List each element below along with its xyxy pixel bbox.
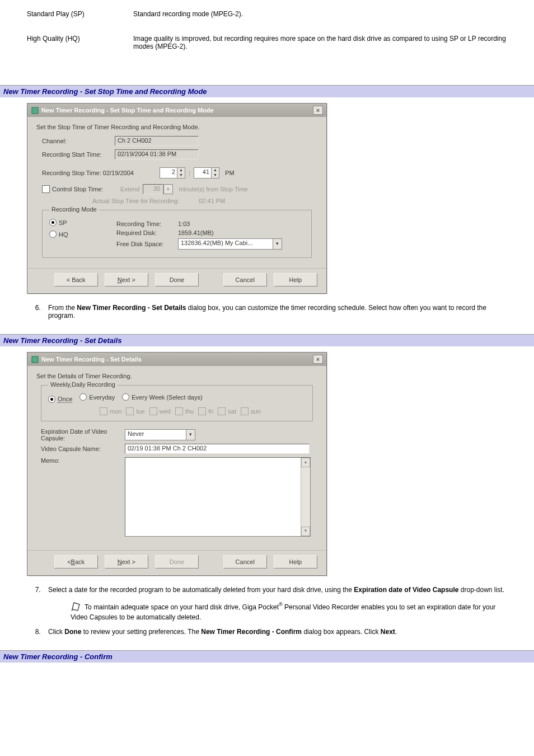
start-time-field: 02/19/2004 01:38 PM [115, 149, 199, 159]
ampm-label: PM [225, 170, 235, 176]
vcn-field[interactable]: 02/19 01:38 PM Ch 2 CH002 [125, 444, 310, 454]
start-time-label: Recording Start Time: [42, 151, 115, 158]
cancel-button[interactable]: Cancel [223, 273, 267, 287]
recmode-legend: Recording Mode [49, 206, 99, 213]
radio-everyday-label: Everyday [89, 394, 115, 401]
chevron-up-icon[interactable]: ▲ [177, 168, 185, 173]
rectime-value: 1:03 [178, 220, 190, 227]
definition-desc-hq: Image quality is improved, but recording… [133, 35, 507, 50]
cancel-button[interactable]: Cancel [223, 555, 267, 569]
close-icon[interactable]: × [313, 355, 323, 364]
section-heading-set-details: New Timer Recording - Set Details [0, 334, 534, 346]
chevron-down-icon[interactable]: ▼ [211, 173, 219, 178]
reqdisk-label: Required Disk: [116, 229, 178, 236]
chevron-down-icon[interactable]: ▾ [186, 430, 195, 440]
definition-term-hq: High Quality (HQ) [27, 35, 133, 50]
radio-once-label: Once [58, 396, 72, 403]
scroll-up-icon: ▲ [301, 458, 310, 467]
back-button[interactable]: < Back [54, 273, 98, 287]
radio-everyweek[interactable]: Every Week (Select days) [122, 393, 202, 401]
chevron-up-icon[interactable]: ▲ [211, 168, 219, 173]
weekly-daily-legend: Weekly,Daily Recording [48, 381, 118, 388]
radio-sp[interactable]: SP [49, 219, 67, 226]
chk-sun [241, 407, 249, 415]
section-heading-confirm: New Timer Recording - Confirm [0, 650, 534, 663]
radio-once[interactable]: Once [48, 396, 72, 403]
extend-label: Extend [120, 186, 139, 192]
freedisk-value: 132836.42(MB) My Cabi... [179, 239, 273, 249]
radio-sp-label: SP [59, 219, 67, 226]
dialog-subtitle: Set the Stop Time of Timer Recording and… [36, 124, 317, 130]
stop-hour-spinner[interactable]: 2 ▲▼ [160, 167, 185, 179]
freedisk-label: Free Disk Space: [116, 241, 178, 247]
control-stop-checkbox[interactable] [42, 185, 50, 193]
memo-label: Memo: [41, 457, 125, 464]
channel-field: Ch 2 CH002 [115, 136, 199, 146]
chk-wed [149, 407, 157, 415]
control-stop-label: Control Stop Time: [52, 186, 115, 192]
stop-hour-value: 2 [160, 168, 177, 178]
list-item: From the New Timer Recording - Set Detai… [43, 304, 507, 320]
radio-everyday[interactable]: Everyday [79, 393, 115, 401]
list-item: Click Done to review your setting prefer… [43, 628, 507, 636]
stop-time-label: Recording Stop Time: 02/19/2004 [42, 170, 160, 176]
chk-mon [100, 407, 107, 415]
expiration-value: Never [125, 430, 186, 440]
dialog-title: New Timer Recording - Set Details [41, 356, 313, 363]
dialog-set-details: New Timer Recording - Set Details × Set … [27, 352, 327, 576]
app-icon [31, 106, 39, 114]
chevron-down-icon: ▾ [163, 185, 172, 194]
back-button[interactable]: < Back [54, 555, 98, 569]
done-button[interactable]: Done [155, 273, 199, 287]
chk-thu [175, 407, 183, 415]
vcn-label: Video Capsule Name: [41, 445, 125, 452]
chevron-down-icon[interactable]: ▼ [177, 173, 185, 178]
channel-label: Channel: [42, 138, 115, 144]
expiration-dropdown[interactable]: Never ▾ [125, 429, 195, 440]
app-icon [31, 355, 39, 363]
next-button[interactable]: Next > [105, 555, 148, 569]
definition-desc-sp: Standard recording mode (MPEG-2). [133, 10, 507, 18]
radio-everyweek-label: Every Week (Select days) [132, 394, 202, 401]
reqdisk-value: 1859.41(MB) [178, 229, 214, 236]
help-button[interactable]: Help [274, 555, 317, 569]
extend-field: 30 [143, 184, 163, 194]
scroll-down-icon: ▼ [301, 527, 310, 536]
actual-stop-label: Actual Stop Time for Recording: [92, 198, 199, 204]
memo-textarea[interactable]: ▲ ▼ [125, 457, 311, 537]
svg-rect-0 [32, 107, 38, 114]
close-icon[interactable]: × [313, 106, 323, 115]
chevron-down-icon[interactable]: ▾ [273, 239, 282, 249]
list-item: Select a date for the recorded program t… [43, 586, 507, 621]
section-heading-stop-time: New Timer Recording - Set Stop Time and … [0, 85, 534, 97]
next-button[interactable]: Next > [105, 273, 148, 287]
radio-hq-label: HQ [59, 231, 68, 238]
time-colon: : [189, 170, 190, 176]
done-button: Done [155, 555, 199, 569]
svg-rect-1 [32, 356, 38, 363]
dialog-title: New Timer Recording - Set Stop Time and … [41, 107, 313, 114]
expiration-label: Expiration Date of Video Capsule: [41, 428, 125, 442]
chk-sat [218, 407, 226, 415]
radio-hq[interactable]: HQ [49, 231, 68, 238]
dialog-set-stop-time: New Timer Recording - Set Stop Time and … [27, 103, 327, 294]
actual-stop-value: 02:41 PM [199, 198, 225, 204]
extend-tail-label: minute(s) from Stop Time [179, 186, 247, 192]
note-icon [71, 602, 82, 613]
chk-tue [126, 407, 134, 415]
dialog-subtitle: Set the Details of Timer Recording. [36, 373, 317, 379]
chk-fri [198, 407, 206, 415]
stop-min-value: 41 [194, 168, 211, 178]
help-button[interactable]: Help [274, 273, 317, 287]
freedisk-dropdown[interactable]: 132836.42(MB) My Cabi... ▾ [178, 238, 282, 250]
definition-term-sp: Standard Play (SP) [27, 10, 133, 18]
rectime-label: Recording Time: [116, 220, 178, 227]
stop-min-spinner[interactable]: 41 ▲▼ [194, 167, 219, 179]
